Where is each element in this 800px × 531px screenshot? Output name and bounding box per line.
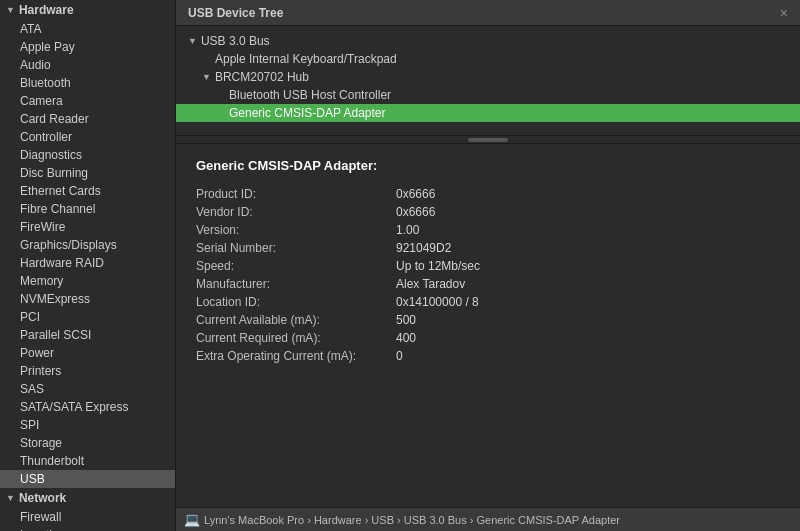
sidebar-item-printers[interactable]: Printers <box>0 362 175 380</box>
detail-value: 0x14100000 / 8 <box>396 295 780 309</box>
detail-label: Vendor ID: <box>196 205 396 219</box>
detail-label: Current Required (mA): <box>196 331 396 345</box>
sidebar-item-thunderbolt[interactable]: Thunderbolt <box>0 452 175 470</box>
sidebar-item-controller[interactable]: Controller <box>0 128 175 146</box>
tree-item-usb-30-bus[interactable]: ▼ USB 3.0 Bus <box>176 32 800 50</box>
detail-label: Location ID: <box>196 295 396 309</box>
sidebar-item-camera[interactable]: Camera <box>0 92 175 110</box>
detail-value: 0x6666 <box>396 187 780 201</box>
detail-table: Product ID:0x6666Vendor ID:0x6666Version… <box>196 187 780 363</box>
sidebar-item-sas[interactable]: SAS <box>0 380 175 398</box>
sidebar-group-network[interactable]: ▼ Network <box>0 488 175 508</box>
breadcrumb: 💻 Lynn's MacBook Pro › Hardware › USB › … <box>176 507 800 531</box>
content-title: USB Device Tree <box>188 6 283 20</box>
sidebar-item-power[interactable]: Power <box>0 344 175 362</box>
tree-item-bt-usb-host[interactable]: Bluetooth USB Host Controller <box>176 86 800 104</box>
sidebar-item-parallel-scsi[interactable]: Parallel SCSI <box>0 326 175 344</box>
detail-label: Manufacturer: <box>196 277 396 291</box>
detail-label: Serial Number: <box>196 241 396 255</box>
brcm-hub-triangle-icon: ▼ <box>202 72 211 82</box>
sidebar-item-graphics-displays[interactable]: Graphics/Displays <box>0 236 175 254</box>
sidebar-item-memory[interactable]: Memory <box>0 272 175 290</box>
detail-value: Up to 12Mb/sec <box>396 259 780 273</box>
usb-device-tree: ▼ USB 3.0 BusApple Internal Keyboard/Tra… <box>176 26 800 136</box>
breadcrumb-icon: 💻 <box>184 512 200 527</box>
detail-value: 500 <box>396 313 780 327</box>
network-triangle-icon: ▼ <box>6 493 15 503</box>
detail-value: 0x6666 <box>396 205 780 219</box>
hardware-triangle-icon: ▼ <box>6 5 15 15</box>
sidebar-item-firewire[interactable]: FireWire <box>0 218 175 236</box>
bt-usb-host-label: Bluetooth USB Host Controller <box>229 88 391 102</box>
usb-30-bus-label: USB 3.0 Bus <box>201 34 270 48</box>
sidebar-group-hardware[interactable]: ▼ Hardware <box>0 0 175 20</box>
detail-label: Extra Operating Current (mA): <box>196 349 396 363</box>
detail-area: Generic CMSIS-DAP Adapter: Product ID:0x… <box>176 144 800 507</box>
sidebar-item-disc-burning[interactable]: Disc Burning <box>0 164 175 182</box>
content-header: USB Device Tree × <box>176 0 800 26</box>
sidebar-item-card-reader[interactable]: Card Reader <box>0 110 175 128</box>
close-button[interactable]: × <box>780 6 788 20</box>
brcm-hub-label: BRCM20702 Hub <box>215 70 309 84</box>
generic-cmsis-label: Generic CMSIS-DAP Adapter <box>229 106 386 120</box>
hardware-group-label: Hardware <box>19 3 74 17</box>
tree-item-keyboard-trackpad[interactable]: Apple Internal Keyboard/Trackpad <box>176 50 800 68</box>
sidebar-item-ata[interactable]: ATA <box>0 20 175 38</box>
keyboard-trackpad-label: Apple Internal Keyboard/Trackpad <box>215 52 397 66</box>
sidebar-item-hardware-raid[interactable]: Hardware RAID <box>0 254 175 272</box>
sidebar-item-storage[interactable]: Storage <box>0 434 175 452</box>
detail-value: 400 <box>396 331 780 345</box>
detail-value: 921049D2 <box>396 241 780 255</box>
sidebar-item-spi[interactable]: SPI <box>0 416 175 434</box>
breadcrumb-text: Lynn's MacBook Pro › Hardware › USB › US… <box>204 514 620 526</box>
detail-value: Alex Taradov <box>396 277 780 291</box>
sidebar-item-locations[interactable]: Locations <box>0 526 175 531</box>
scroll-thumb <box>468 138 508 142</box>
detail-label: Product ID: <box>196 187 396 201</box>
tree-item-brcm-hub[interactable]: ▼ BRCM20702 Hub <box>176 68 800 86</box>
sidebar-item-pci[interactable]: PCI <box>0 308 175 326</box>
detail-label: Current Available (mA): <box>196 313 396 327</box>
content-area: USB Device Tree × ▼ USB 3.0 BusApple Int… <box>176 0 800 531</box>
detail-label: Speed: <box>196 259 396 273</box>
detail-title: Generic CMSIS-DAP Adapter: <box>196 158 780 173</box>
divider <box>176 136 800 144</box>
detail-value: 0 <box>396 349 780 363</box>
sidebar-item-apple-pay[interactable]: Apple Pay <box>0 38 175 56</box>
sidebar-item-ethernet-cards[interactable]: Ethernet Cards <box>0 182 175 200</box>
sidebar-item-usb[interactable]: USB <box>0 470 175 488</box>
sidebar-item-firewall[interactable]: Firewall <box>0 508 175 526</box>
sidebar-item-nvmexpress[interactable]: NVMExpress <box>0 290 175 308</box>
usb-30-bus-triangle-icon: ▼ <box>188 36 197 46</box>
sidebar-item-audio[interactable]: Audio <box>0 56 175 74</box>
network-group-label: Network <box>19 491 66 505</box>
tree-item-generic-cmsis[interactable]: Generic CMSIS-DAP Adapter <box>176 104 800 122</box>
detail-label: Version: <box>196 223 396 237</box>
sidebar-item-bluetooth[interactable]: Bluetooth <box>0 74 175 92</box>
sidebar-item-fibre-channel[interactable]: Fibre Channel <box>0 200 175 218</box>
sidebar-item-sata[interactable]: SATA/SATA Express <box>0 398 175 416</box>
sidebar-item-diagnostics[interactable]: Diagnostics <box>0 146 175 164</box>
detail-value: 1.00 <box>396 223 780 237</box>
sidebar: ▼ Hardware ATAApple PayAudioBluetoothCam… <box>0 0 176 531</box>
